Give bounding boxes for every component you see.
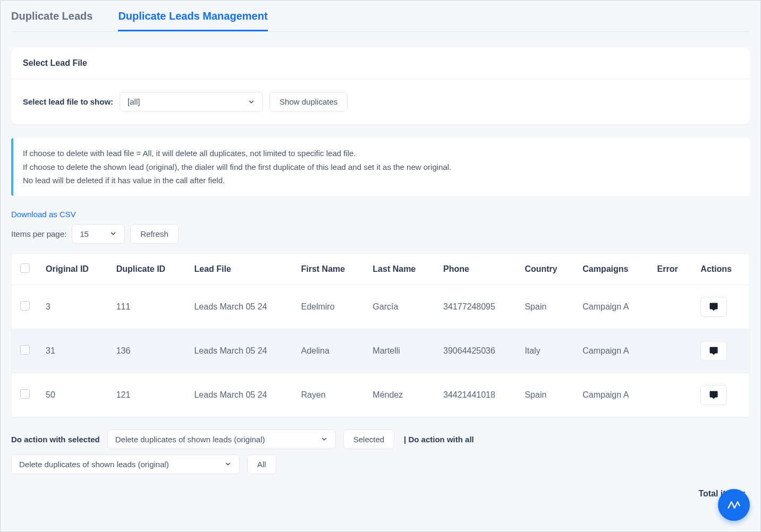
chat-bubble-icon <box>709 390 718 400</box>
cell-duplicate-id: 121 <box>109 373 187 417</box>
do-action-all-label: | Do action with all <box>404 435 474 444</box>
cell-lead-file: Leads March 05 24 <box>187 373 293 417</box>
table-row: 50 121 Leads March 05 24 Rayen Méndez 34… <box>12 373 749 417</box>
tab-duplicate-leads[interactable]: Duplicate Leads <box>11 10 92 31</box>
callout-line-1: If choose to delete with lead file = All… <box>23 147 740 160</box>
header-campaigns: Campaigns <box>575 254 649 285</box>
cell-campaigns: Campaign A <box>575 285 649 329</box>
action-all-value: Delete duplicates of shown leads (origin… <box>19 460 169 469</box>
cell-actions <box>693 373 749 417</box>
row-checkbox[interactable] <box>20 345 30 355</box>
table-toolbar: Items per page: 15 Refresh <box>11 224 750 244</box>
card-header: Select Lead File <box>11 48 750 79</box>
header-first-name: First Name <box>293 254 365 285</box>
header-country: Country <box>517 254 575 285</box>
action-all-select[interactable]: Delete duplicates of shown leads (origin… <box>11 454 240 474</box>
header-original-id: Original ID <box>38 254 109 285</box>
table-row: 3 111 Leads March 05 24 Edelmiro García … <box>12 285 749 329</box>
cell-lead-file: Leads March 05 24 <box>187 329 293 373</box>
chat-bubble-icon <box>709 346 718 356</box>
cell-error <box>650 285 694 329</box>
cell-original-id: 50 <box>38 373 109 417</box>
cell-last-name: Méndez <box>365 373 436 417</box>
header-error: Error <box>650 254 694 285</box>
fab-button[interactable] <box>718 489 750 521</box>
refresh-button[interactable]: Refresh <box>130 224 179 244</box>
tab-duplicate-leads-management[interactable]: Duplicate Leads Management <box>118 10 267 31</box>
table-row: 31 136 Leads March 05 24 Adelina Martell… <box>12 329 749 373</box>
header-lead-file: Lead File <box>187 254 293 285</box>
cell-campaigns: Campaign A <box>575 329 649 373</box>
show-duplicates-button[interactable]: Show duplicates <box>269 92 348 111</box>
cell-first-name: Edelmiro <box>293 285 365 329</box>
row-action-button[interactable] <box>700 341 727 361</box>
chevron-down-icon <box>109 230 117 237</box>
lead-file-select[interactable]: [all] <box>120 92 263 111</box>
header-duplicate-id: Duplicate ID <box>109 254 187 285</box>
select-lead-file-card: Select Lead File Select lead file to sho… <box>11 48 750 124</box>
tabs: Duplicate Leads Duplicate Leads Manageme… <box>11 1 750 32</box>
header-actions: Actions <box>693 254 749 285</box>
cell-original-id: 3 <box>38 285 109 329</box>
cell-campaigns: Campaign A <box>575 373 649 417</box>
total-items-label: Total items: <box>11 489 750 499</box>
lead-file-select-value: [all] <box>128 97 140 106</box>
cell-country: Spain <box>517 285 575 329</box>
header-phone: Phone <box>436 254 517 285</box>
chevron-down-icon <box>320 435 328 443</box>
cell-lead-file: Leads March 05 24 <box>187 285 293 329</box>
items-per-page-label: Items per page: <box>11 229 66 238</box>
row-checkbox[interactable] <box>20 301 30 311</box>
cell-country: Spain <box>517 373 575 417</box>
all-button[interactable]: All <box>247 454 276 474</box>
cell-phone: 34177248095 <box>436 285 517 329</box>
bulk-actions-all-row: Delete duplicates of shown leads (origin… <box>11 454 750 474</box>
header-checkbox-cell <box>12 254 38 285</box>
callout-line-2: If choose to delete the shown lead (orig… <box>23 160 740 174</box>
cell-actions <box>693 329 749 373</box>
do-action-selected-label: Do action with selected <box>11 435 100 444</box>
cell-first-name: Rayen <box>293 373 365 417</box>
cell-duplicate-id: 111 <box>109 285 187 329</box>
cell-country: Italy <box>517 329 575 373</box>
cell-last-name: García <box>365 285 436 329</box>
cell-original-id: 31 <box>38 329 109 373</box>
triangle-wave-icon <box>726 497 741 512</box>
cell-error <box>650 373 694 417</box>
callout-line-3: No lead will be deleted if it has value … <box>23 174 740 187</box>
bulk-actions-row: Do action with selected Delete duplicate… <box>11 430 750 449</box>
action-selected-value: Delete duplicates of shown leads (origin… <box>115 435 265 444</box>
select-lead-file-label: Select lead file to show: <box>23 97 113 106</box>
chat-bubble-icon <box>709 302 718 312</box>
chevron-down-icon <box>224 460 232 468</box>
items-per-page-select[interactable]: 15 <box>72 224 125 244</box>
cell-actions <box>693 285 749 329</box>
selected-button[interactable]: Selected <box>343 430 394 449</box>
action-selected-select[interactable]: Delete duplicates of shown leads (origin… <box>107 430 336 449</box>
duplicates-table: Original ID Duplicate ID Lead File First… <box>11 253 750 418</box>
select-all-checkbox[interactable] <box>20 263 30 273</box>
cell-first-name: Adelina <box>293 329 365 373</box>
row-action-button[interactable] <box>700 385 727 405</box>
cell-error <box>650 329 694 373</box>
cell-duplicate-id: 136 <box>109 329 187 373</box>
chevron-down-icon <box>248 98 255 106</box>
cell-phone: 34421441018 <box>436 373 517 417</box>
header-last-name: Last Name <box>365 254 436 285</box>
row-checkbox[interactable] <box>20 389 30 399</box>
items-per-page-value: 15 <box>80 229 89 238</box>
card-title: Select Lead File <box>23 58 738 68</box>
info-callout: If choose to delete with lead file = All… <box>11 138 750 196</box>
download-csv-link[interactable]: Download as CSV <box>11 210 76 219</box>
cell-last-name: Martelli <box>365 329 436 373</box>
row-action-button[interactable] <box>700 297 727 317</box>
cell-phone: 39064425036 <box>436 329 517 373</box>
